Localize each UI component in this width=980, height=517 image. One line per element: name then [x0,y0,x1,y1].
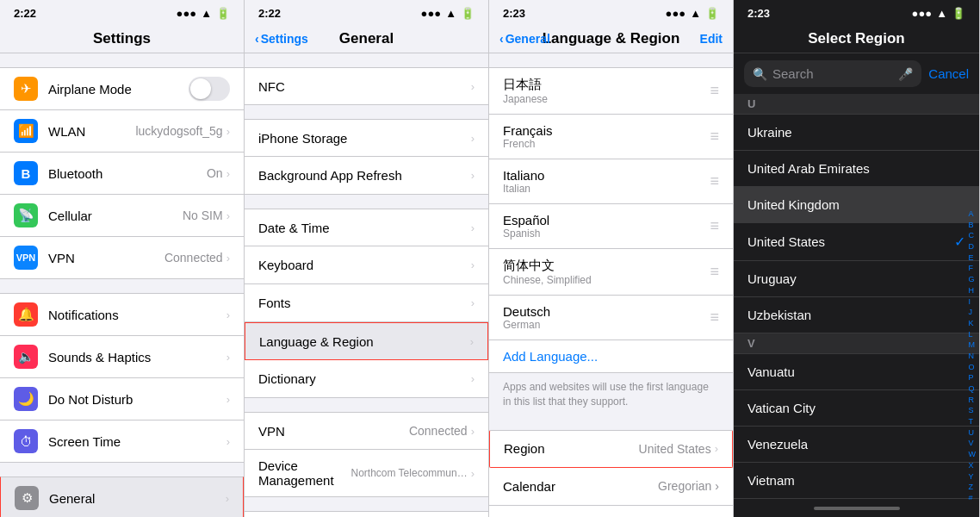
settings-cell-notifications[interactable]: 🔔 Notifications › [0,293,244,336]
general-cell-iphone-storage[interactable]: iPhone Storage › [245,119,488,157]
index-p[interactable]: P [969,373,977,383]
index-n[interactable]: N [969,352,977,362]
region-item-vatican[interactable]: Vatican City [734,390,979,427]
index-h[interactable]: H [969,286,977,296]
settings-cell-dnd[interactable]: 🌙 Do Not Disturb › [0,378,244,420]
search-input-wrap[interactable]: 🔍 Search 🎤 [744,60,921,87]
index-w[interactable]: W [969,450,977,460]
index-hash[interactable]: # [969,494,977,500]
index-u[interactable]: U [969,428,977,439]
sounds-icon: 🔈 [14,345,38,369]
region-item-us[interactable]: United States ✓ [734,223,979,261]
general-cell-vpn[interactable]: VPN Connected › [245,412,488,450]
settings-cell-general[interactable]: ⚙ General › [0,477,244,517]
index-y[interactable]: Y [969,472,977,483]
connectivity-group: ✈ Airplane Mode 📶 WLAN luckydogsoft_5g ›… [0,67,244,279]
index-l[interactable]: L [969,330,977,340]
back-button-lang[interactable]: ‹ General [499,32,550,46]
region-cell[interactable]: Region United States › [489,430,733,468]
back-button-general[interactable]: ‹ Settings [255,32,308,46]
index-k[interactable]: K [969,319,977,329]
general-cell-nfc[interactable]: NFC › [245,67,488,105]
airplane-mode-toggle[interactable] [189,77,230,101]
index-f[interactable]: F [969,264,977,274]
general-scroll[interactable]: NFC › iPhone Storage › Background App Re… [245,53,488,517]
general-cell-language-region[interactable]: Language & Region › [245,322,488,360]
index-m[interactable]: M [969,340,977,351]
index-s[interactable]: S [969,406,977,416]
status-icons-2: ●●● ▲ 🔋 [421,7,474,20]
home-indicator-4 [814,507,900,510]
lang-cell-german[interactable]: Deutsch German ≡ [489,296,733,340]
index-t[interactable]: T [969,417,977,427]
index-z[interactable]: Z [969,483,977,493]
index-g[interactable]: G [969,275,977,285]
drag-handle-spanish: ≡ [710,217,719,235]
index-c[interactable]: C [969,231,977,241]
bluetooth-icon: B [14,161,38,185]
wifi-icon-2: ▲ [445,7,456,20]
region-item-venezuela[interactable]: Venezuela [734,427,979,463]
settings-scroll[interactable]: ✈ Airplane Mode 📶 WLAN luckydogsoft_5g ›… [0,53,244,517]
language-region-chevron: › [470,335,474,348]
index-o[interactable]: O [969,363,977,373]
search-bar: 🔍 Search 🎤 Cancel [734,53,979,94]
wlan-value: luckydogsoft_5g [135,124,222,138]
index-i[interactable]: I [969,297,977,308]
index-d[interactable]: D [969,242,977,252]
region-list-scroll[interactable]: U Ukraine United Arab Emirates United Ki… [734,94,979,500]
status-time-1: 2:22 [14,7,36,20]
general-cell-fonts[interactable]: Fonts › [245,284,488,322]
region-item-uruguay[interactable]: Uruguay [734,261,979,297]
lang-cell-spanish[interactable]: Español Spanish ≡ [489,204,733,249]
battery-icon-3: 🔋 [705,7,719,20]
region-item-vanuatu[interactable]: Vanuatu [734,354,979,390]
index-q[interactable]: Q [969,384,977,395]
region-item-vietnam[interactable]: Vietnam [734,463,979,499]
cellular-value: No SIM [183,209,223,222]
index-x[interactable]: X [969,461,977,471]
settings-cell-bluetooth[interactable]: B Bluetooth On › [0,153,244,195]
index-e[interactable]: E [969,253,977,264]
edit-button[interactable]: Edit [700,32,723,46]
general-cell-device-mgmt[interactable]: Device Management Northcom Telecommun… › [245,450,488,497]
general-cell-date-time[interactable]: Date & Time › [245,209,488,246]
index-v[interactable]: V [969,439,977,449]
settings-cell-sounds[interactable]: 🔈 Sounds & Haptics › [0,336,244,378]
status-icons-4: ●●● ▲ 🔋 [912,7,965,20]
add-language-button[interactable]: Add Language... [489,340,733,373]
lang-cell-chinese[interactable]: 简体中文 Chinese, Simplified ≡ [489,249,733,296]
search-cancel-button[interactable]: Cancel [928,66,969,81]
general-cell-legal[interactable]: Legal & Regulatory › [245,511,488,517]
general-group-1: NFC › [245,67,488,105]
settings-cell-screen-time[interactable]: ⏱ Screen Time › [0,420,244,463]
lang-cell-french[interactable]: Français French ≡ [489,115,733,159]
settings-cell-wlan[interactable]: 📶 WLAN luckydogsoft_5g › [0,110,244,153]
lang-cell-japanese[interactable]: 日本語 Japanese ≡ [489,67,733,115]
temp-cell[interactable]: Temperature Unit °F › [489,506,733,517]
index-b[interactable]: B [969,221,977,231]
settings-cell-vpn[interactable]: VPN VPN Connected › [0,237,244,279]
airplane-mode-icon: ✈ [14,77,38,101]
region-item-uzbekistan[interactable]: Uzbekistan [734,297,979,333]
calendar-cell[interactable]: Calendar Gregorian › [489,468,733,506]
region-item-uk[interactable]: United Kingdom [734,187,979,223]
section-header-v: V [734,333,979,354]
language-region-scroll[interactable]: 日本語 Japanese ≡ Français French ≡ Italian… [489,53,733,517]
region-value: United States [639,442,711,456]
region-item-uae[interactable]: United Arab Emirates [734,151,979,187]
lang-cell-italian[interactable]: Italiano Italian ≡ [489,159,733,204]
settings-cell-cellular[interactable]: 📡 Cellular No SIM › [0,195,244,237]
index-r[interactable]: R [969,396,977,406]
general-cell-background-app[interactable]: Background App Refresh › [245,157,488,195]
index-a[interactable]: A [969,209,977,220]
alphabet-index-bar[interactable]: A B C D E F G H I J K L M N O P Q R S T … [965,206,980,500]
region-item-ukraine[interactable]: Ukraine [734,115,979,151]
iphone-storage-chevron: › [471,132,474,145]
settings-cell-airplane-mode[interactable]: ✈ Airplane Mode [0,67,244,110]
index-j[interactable]: J [969,308,977,318]
general-cell-dictionary[interactable]: Dictionary › [245,360,488,398]
notifications-icon: 🔔 [14,302,38,327]
status-bar-1: 2:22 ●●● ▲ 🔋 [0,0,244,23]
general-cell-keyboard[interactable]: Keyboard › [245,246,488,284]
